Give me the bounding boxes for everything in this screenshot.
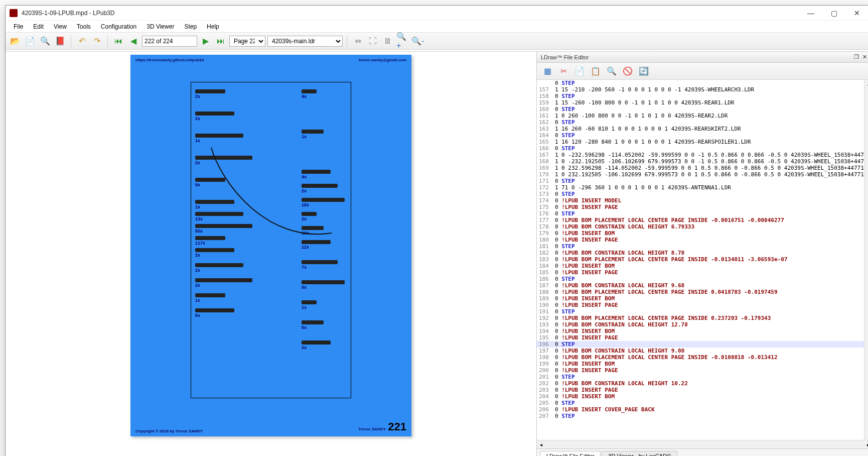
code-line[interactable]: 0 STEP <box>552 400 868 406</box>
menu-tools[interactable]: Tools <box>72 21 96 33</box>
code-line[interactable]: 0 !LPUB BOM PLACEMENT LOCAL CENTER PAGE … <box>552 315 868 321</box>
menu-edit[interactable]: Edit <box>28 21 49 33</box>
redo-icon[interactable]: ↷ <box>90 35 103 48</box>
menu-help[interactable]: Help <box>202 21 224 33</box>
code-line[interactable]: 0 !LPUB INSERT BOM <box>552 230 868 237</box>
code-line[interactable]: 0 STEP <box>552 243 868 250</box>
code-line[interactable]: 0 !LPUB INSERT PAGE <box>552 302 868 308</box>
select-all-icon[interactable]: ▦ <box>541 65 554 78</box>
preview-icon[interactable]: 🔍 <box>39 35 52 48</box>
menu-3dviewer[interactable]: 3D Viewer <box>141 21 179 33</box>
code-line[interactable]: 1 0 232.192505 -106.102699 679.999573 0 … <box>552 171 868 178</box>
scroll-left-icon[interactable]: ◂ <box>537 440 545 449</box>
undock-icon[interactable]: ❐ <box>852 54 860 60</box>
code-line[interactable]: 0 !LPUB BOM CONSTRAIN LOCAL HEIGHT 12.78 <box>552 321 868 328</box>
code-line[interactable]: 0 STEP <box>552 93 868 99</box>
code-line[interactable]: 0 STEP <box>552 80 868 86</box>
scroll-right-icon[interactable]: ▸ <box>864 440 868 449</box>
code-line[interactable]: 0 !LPUB INSERT BOM <box>552 295 868 302</box>
minimize-button[interactable]: — <box>799 6 822 21</box>
menu-configuration[interactable]: Configuration <box>96 21 141 33</box>
code-line[interactable]: 0 STEP <box>552 374 868 380</box>
save-file-icon[interactable]: 📄 <box>24 35 37 48</box>
code-line[interactable]: 0 !LPUB BOM PLACEMENT LOCAL CENTER PAGE … <box>552 256 868 263</box>
code-line[interactable]: 0 STEP <box>552 341 868 348</box>
menu-step[interactable]: Step <box>179 21 202 33</box>
code-line[interactable]: 0 STEP <box>552 210 868 217</box>
code-line[interactable]: 0 !LPUB INSERT PAGE <box>552 237 868 243</box>
code-line[interactable]: 0 STEP <box>552 106 868 112</box>
code-line[interactable]: 0 !LPUB INSERT BOM <box>552 393 868 400</box>
scroll-up-icon[interactable]: ▴ <box>864 80 868 88</box>
fit-page-icon[interactable]: ⛶ <box>366 35 379 48</box>
code-line[interactable]: 1 0 260 -100 800 0 0 -1 0 1 0 1 0 0 4203… <box>552 112 868 119</box>
code-line[interactable]: 0 STEP <box>552 413 868 419</box>
first-page-icon[interactable]: ⏮ <box>112 35 125 48</box>
page-select[interactable]: Page 221 <box>229 36 265 47</box>
code-line[interactable]: 1 15 -210 -200 560 -1 0 0 0 1 0 0 0 -1 4… <box>552 86 868 93</box>
code-line[interactable]: 0 !LPUB INSERT PAGE <box>552 367 868 374</box>
export-pdf-icon[interactable]: 📕 <box>54 35 67 48</box>
code-line[interactable]: 0 !LPUB BOM CONSTRAIN LOCAL HEIGHT 9.68 <box>552 282 868 289</box>
code-line[interactable]: 1 0 -232.596298 -114.052002 -59.999599 0… <box>552 152 868 158</box>
code-line[interactable]: 1 16 120 -280 840 1 0 0 0 1 0 0 0 1 4203… <box>552 139 868 145</box>
code-line[interactable]: 0 !LPUB BOM PLACEMENT LOCAL CENTER PAGE … <box>552 354 868 361</box>
editor-body[interactable]: 0 STEP1571 15 -210 -200 560 -1 0 0 0 1 0… <box>537 80 868 440</box>
code-line[interactable]: 0 !LPUB INSERT PAGE <box>552 204 868 210</box>
maximize-button[interactable]: ▢ <box>822 6 845 21</box>
menu-file[interactable]: File <box>9 21 28 33</box>
code-line[interactable]: 0 !LPUB BOM PLACEMENT LOCAL CENTER PAGE … <box>552 289 868 295</box>
undo-icon[interactable]: ↶ <box>75 35 88 48</box>
horizontal-scrollbar[interactable]: ◂ ▸ <box>537 440 868 448</box>
code-line[interactable]: 0 STEP <box>552 132 868 139</box>
code-line[interactable]: 0 STEP <box>552 145 868 152</box>
fit-width-icon[interactable]: ⇔ <box>351 35 364 48</box>
code-line[interactable]: 0 !LPUB INSERT COVER_PAGE BACK <box>552 406 868 413</box>
refresh-icon[interactable]: 🔄 <box>637 65 650 78</box>
code-line[interactable]: 1 0 -232.192505 -106.102699 679.999573 0… <box>552 158 868 165</box>
code-line[interactable]: 1 0 232.596298 -114.052002 -59.999599 0 … <box>552 165 868 171</box>
page-number-input[interactable] <box>142 36 197 47</box>
code-line[interactable]: 0 !LPUB INSERT BOM <box>552 263 868 269</box>
code-line[interactable]: 0 STEP <box>552 308 868 315</box>
code-line[interactable]: 0 !LPUB INSERT PAGE <box>552 269 868 276</box>
close-panel-icon[interactable]: ✕ <box>860 54 868 60</box>
open-file-icon[interactable]: 📂 <box>9 35 22 48</box>
prev-page-icon[interactable]: ◀ <box>127 35 140 48</box>
last-page-icon[interactable]: ⏭ <box>214 35 227 48</box>
code-line[interactable]: 0 !LPUB BOM CONSTRAIN LOCAL HEIGHT 6.793… <box>552 223 868 230</box>
code-line[interactable]: 1 71 0 -296 360 1 0 0 0 1 0 0 0 1 42039S… <box>552 184 868 191</box>
actual-size-icon[interactable]: 🗎 <box>381 35 394 48</box>
next-page-icon[interactable]: ▶ <box>199 35 212 48</box>
code-line[interactable]: 1 15 -260 -100 800 0 0 -1 0 1 0 1 0 0 42… <box>552 99 868 106</box>
close-button[interactable]: ✕ <box>845 6 868 21</box>
code-line[interactable]: 0 !LPUB BOM CONSTRAIN LOCAL HEIGHT 9.08 <box>552 348 868 354</box>
code-line[interactable]: 0 !LPUB BOM CONSTRAIN LOCAL HEIGHT 8.78 <box>552 250 868 256</box>
code-line[interactable]: 0 STEP <box>552 119 868 126</box>
code-line[interactable]: 0 !LPUB INSERT PAGE <box>552 387 868 393</box>
find-icon[interactable]: 🔍 <box>605 65 618 78</box>
file-select[interactable]: 42039s-main.ldr <box>267 36 343 47</box>
tab-3d-viewer[interactable]: 3D Viewer - by LeoCAD© <box>602 451 677 456</box>
page-preview-pane[interactable]: https://trevorsandy.github.io/lpub3d tre… <box>6 52 536 456</box>
code-line[interactable]: 0 !LPUB BOM CONSTRAIN LOCAL HEIGHT 10.22 <box>552 380 868 387</box>
code-line[interactable]: 0 !LPUB INSERT BOM <box>552 328 868 334</box>
code-line[interactable]: 0 STEP <box>552 191 868 197</box>
zoom-in-icon[interactable]: 🔍+ <box>396 35 409 48</box>
delete-icon[interactable]: 🚫 <box>621 65 634 78</box>
code-line[interactable]: 0 !LPUB INSERT BOM <box>552 361 868 367</box>
code-line[interactable]: 0 !LPUB BOM PLACEMENT LOCAL CENTER PAGE … <box>552 217 868 223</box>
code-line[interactable]: 1 16 260 -60 810 1 0 0 0 1 0 0 0 1 42039… <box>552 126 868 132</box>
editor-pane-title: LDraw™ File Editor ❐ ✕ <box>537 52 868 63</box>
copy-icon[interactable]: 📄 <box>573 65 586 78</box>
tab-ldraw-editor[interactable]: LDraw™ File Editor <box>540 451 601 456</box>
code-line[interactable]: 0 !LPUB INSERT PAGE <box>552 334 868 341</box>
zoom-out-icon[interactable]: 🔍- <box>411 35 424 48</box>
code-line[interactable]: 0 STEP <box>552 276 868 282</box>
menu-view[interactable]: View <box>49 21 72 33</box>
cut-icon[interactable]: ✂ <box>557 65 570 78</box>
vertical-scrollbar[interactable]: ▴ <box>864 80 868 440</box>
code-line[interactable]: 0 !LPUB INSERT MODEL <box>552 197 868 204</box>
paste-icon[interactable]: 📋 <box>589 65 602 78</box>
code-line[interactable]: 0 STEP <box>552 178 868 184</box>
